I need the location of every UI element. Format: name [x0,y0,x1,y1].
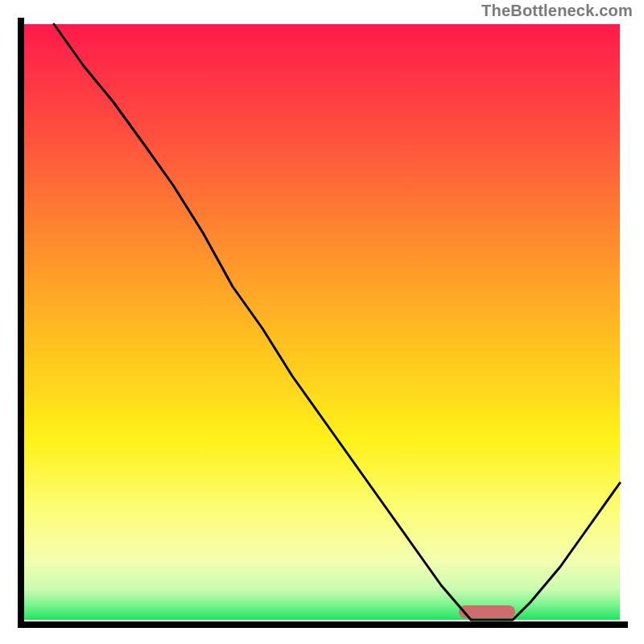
plot-background [24,24,620,620]
chart-container: TheBottleneck.com [0,0,644,644]
y-axis [18,18,24,628]
chart-svg [0,0,644,644]
x-axis [18,621,628,628]
